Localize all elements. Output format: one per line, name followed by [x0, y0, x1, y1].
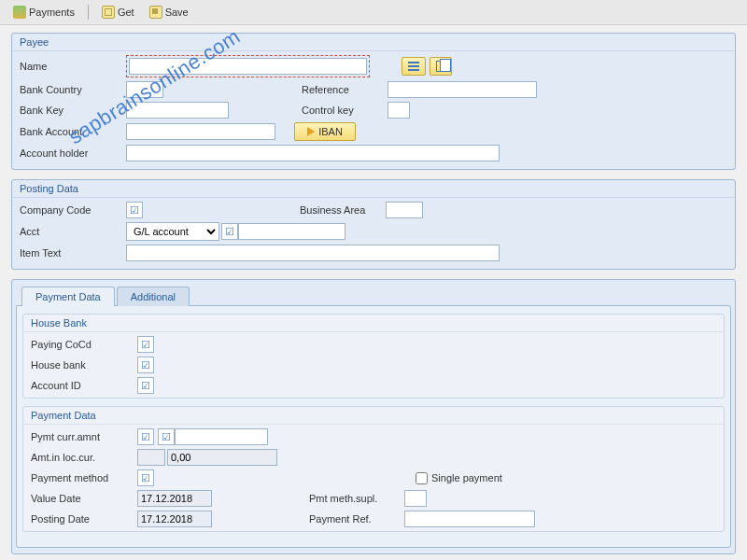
amt-loc-value — [167, 449, 277, 466]
company-code-check[interactable]: ☑ — [126, 202, 143, 218]
control-key-input[interactable] — [388, 102, 410, 119]
house-bank-check[interactable]: ☑ — [137, 357, 154, 373]
acct-extra-input[interactable] — [238, 223, 345, 240]
get-icon — [102, 6, 115, 19]
value-date-input[interactable] — [137, 490, 212, 507]
tab-additional[interactable]: Additional — [117, 287, 190, 306]
payment-ref-label: Payment Ref. — [302, 513, 404, 525]
pmt-meth-supl-input[interactable] — [404, 490, 427, 507]
copy-button[interactable] — [430, 57, 452, 76]
pymt-curr-extra-input[interactable] — [175, 428, 268, 445]
single-payment-label: Single payment — [431, 472, 502, 483]
paying-cocd-check[interactable]: ☑ — [137, 336, 154, 353]
amt-loc-blank — [137, 449, 165, 466]
item-text-input[interactable] — [126, 245, 500, 261]
name-label: Name — [16, 61, 126, 72]
save-label: Save — [165, 7, 189, 18]
separator — [88, 5, 89, 20]
bank-country-input[interactable] — [126, 81, 163, 98]
name-input[interactable] — [129, 58, 367, 75]
payments-icon — [13, 6, 26, 19]
control-key-label: Control key — [294, 105, 388, 116]
posting-panel: Posting Data Company Code ☑ Business Are… — [11, 179, 736, 270]
get-label: Get — [118, 7, 134, 18]
pmt-meth-supl-label: Pmt meth.supl. — [302, 493, 404, 504]
payment-method-label: Payment method — [27, 472, 137, 483]
tab-payment-data[interactable]: Payment Data — [21, 287, 115, 306]
business-area-label: Business Area — [292, 204, 386, 216]
payments-button[interactable]: Payments — [7, 4, 80, 21]
amt-loc-label: Amt.in loc.cur. — [27, 452, 137, 463]
bank-account-label: Bank Account — [16, 126, 126, 137]
business-area-input[interactable] — [386, 202, 423, 218]
value-date-label: Value Date — [27, 493, 137, 504]
list-button[interactable] — [402, 57, 426, 76]
bank-key-input[interactable] — [126, 102, 229, 119]
bank-country-label: Bank Country — [16, 84, 126, 95]
acct-label: Acct — [16, 226, 126, 237]
reference-label: Reference — [294, 84, 388, 95]
account-id-check[interactable]: ☑ — [137, 377, 154, 394]
payment-ref-input[interactable] — [404, 511, 535, 527]
tabs-container: Payment Data Additional House Bank Payin… — [11, 279, 736, 554]
house-bank-label: House bank — [27, 359, 137, 371]
payment-data-panel: Payment Data Pymt curr.amnt ☑ ☑ Amt.in l… — [22, 406, 725, 532]
posting-title: Posting Data — [12, 180, 735, 198]
acct-select[interactable]: G/L account — [126, 222, 219, 241]
account-holder-input[interactable] — [126, 145, 500, 161]
payment-method-check[interactable]: ☑ — [137, 469, 154, 486]
iban-label: IBAN — [318, 126, 343, 137]
iban-button[interactable]: IBAN — [294, 122, 356, 141]
posting-date-label: Posting Date — [27, 513, 137, 525]
account-holder-label: Account holder — [16, 147, 126, 159]
bank-key-label: Bank Key — [16, 105, 126, 116]
copy-icon — [436, 61, 445, 72]
payments-label: Payments — [29, 7, 75, 18]
payee-title: Payee — [12, 34, 735, 51]
paying-cocd-label: Paying CoCd — [27, 339, 137, 350]
payment-data-title: Payment Data — [23, 407, 724, 425]
payee-panel: Payee Name Bank Country Reference Bank K… — [11, 33, 736, 170]
bank-account-input[interactable] — [126, 123, 275, 140]
reference-input[interactable] — [388, 81, 537, 98]
house-bank-panel: House Bank Paying CoCd ☑ House bank ☑ Ac… — [22, 314, 725, 399]
acct-check[interactable]: ☑ — [221, 223, 238, 240]
company-code-label: Company Code — [16, 204, 126, 216]
save-button[interactable]: Save — [144, 4, 194, 21]
pymt-curr-check2[interactable]: ☑ — [158, 428, 175, 445]
house-bank-title: House Bank — [23, 315, 724, 332]
item-text-label: Item Text — [16, 247, 126, 259]
arrow-right-icon — [307, 127, 315, 136]
posting-date-input[interactable] — [137, 511, 212, 527]
save-icon — [149, 6, 162, 19]
get-button[interactable]: Get — [96, 4, 140, 21]
account-id-label: Account ID — [27, 380, 137, 391]
pymt-curr-check[interactable]: ☑ — [137, 428, 154, 445]
list-icon — [408, 62, 419, 71]
toolbar: Payments Get Save — [0, 0, 747, 25]
single-payment-checkbox[interactable] — [416, 472, 428, 484]
pymt-curr-label: Pymt curr.amnt — [27, 431, 137, 442]
